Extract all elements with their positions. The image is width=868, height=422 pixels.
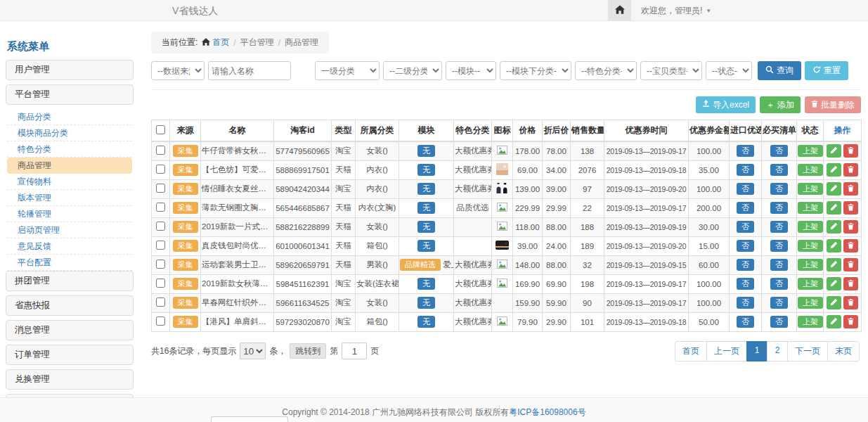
home-button[interactable] xyxy=(608,0,631,21)
select-row-checkbox[interactable] xyxy=(156,184,165,193)
sidebar-section[interactable]: 消息管理 xyxy=(6,320,134,340)
select-row-checkbox[interactable] xyxy=(156,165,165,174)
select-row-checkbox[interactable] xyxy=(156,146,165,155)
sidebar-item[interactable]: 启动页管理 xyxy=(7,222,132,238)
jump-page-input[interactable] xyxy=(342,343,367,359)
pager-last[interactable]: 末页 xyxy=(827,341,860,362)
import-select-toggle[interactable]: 否 xyxy=(737,145,754,157)
select-row-checkbox[interactable] xyxy=(156,279,165,288)
must-buy-toggle[interactable]: 否 xyxy=(770,240,788,252)
status-button[interactable]: 上架 xyxy=(798,259,823,271)
must-buy-toggle[interactable]: 否 xyxy=(770,202,788,214)
select-row-checkbox[interactable] xyxy=(156,298,165,307)
pager-prev[interactable]: 上一页 xyxy=(706,341,747,362)
level1-category-select[interactable]: 一级分类 xyxy=(315,61,380,80)
select-row-checkbox[interactable] xyxy=(156,260,165,269)
select-all-checkbox[interactable] xyxy=(156,125,165,134)
status-button[interactable]: 上架 xyxy=(798,316,823,328)
pager-page-1[interactable]: 1 xyxy=(746,341,767,362)
must-buy-toggle[interactable]: 否 xyxy=(770,221,788,233)
import-select-toggle[interactable]: 否 xyxy=(737,202,754,214)
delete-button[interactable] xyxy=(843,163,858,177)
edit-button[interactable] xyxy=(827,220,841,234)
level2-category-select[interactable]: --二级分类-- xyxy=(383,61,442,80)
sidebar-section[interactable]: 用户管理 xyxy=(6,60,134,80)
icp-link[interactable]: 粤ICP备16098006号 xyxy=(509,407,585,417)
batch-delete-button[interactable]: 批量删除 xyxy=(805,96,861,113)
import-select-toggle[interactable]: 否 xyxy=(737,183,754,195)
import-select-toggle[interactable]: 否 xyxy=(737,164,754,176)
import-select-toggle[interactable]: 否 xyxy=(737,221,754,233)
status-button[interactable]: 上架 xyxy=(798,183,823,195)
status-button[interactable]: 上架 xyxy=(798,278,823,290)
edit-button[interactable] xyxy=(827,144,841,158)
reset-button[interactable]: 重置 xyxy=(805,61,848,80)
sidebar-section[interactable]: 拼团管理 xyxy=(6,271,134,291)
per-page-select[interactable]: 10 xyxy=(240,343,266,359)
user-menu[interactable]: 欢迎您，管理员! ▼ xyxy=(641,0,711,21)
edit-button[interactable] xyxy=(827,277,841,290)
sidebar-section[interactable]: 订单管理 xyxy=(6,345,134,365)
jump-button[interactable]: 跳转到 xyxy=(290,343,326,359)
edit-button[interactable] xyxy=(827,296,841,309)
sidebar-item[interactable]: 特色分类 xyxy=(7,141,132,158)
pager-next[interactable]: 下一页 xyxy=(787,341,828,362)
import-select-toggle[interactable]: 否 xyxy=(737,259,754,271)
delete-button[interactable] xyxy=(843,220,858,234)
status-button[interactable]: 上架 xyxy=(798,240,823,252)
sidebar-section[interactable]: 省惠快报 xyxy=(6,295,134,316)
status-button[interactable]: 上架 xyxy=(798,202,823,214)
delete-button[interactable] xyxy=(843,182,858,196)
delete-button[interactable] xyxy=(843,258,858,271)
delete-button[interactable] xyxy=(843,277,858,290)
select-row-checkbox[interactable] xyxy=(156,316,165,326)
edit-button[interactable] xyxy=(827,315,841,328)
must-buy-toggle[interactable]: 否 xyxy=(770,145,788,157)
module-select[interactable]: --模块-- xyxy=(446,61,496,80)
search-button[interactable]: 查询 xyxy=(758,61,801,80)
name-input[interactable] xyxy=(208,61,291,80)
sidebar-item[interactable]: 商品分类 xyxy=(7,109,132,125)
sidebar-item[interactable]: 模块商品分类 xyxy=(7,125,132,141)
status-select[interactable]: --状态-- xyxy=(706,61,752,80)
must-buy-toggle[interactable]: 否 xyxy=(770,259,788,271)
add-button[interactable]: ＋ 添加 xyxy=(760,96,801,113)
select-row-checkbox[interactable] xyxy=(156,222,165,231)
sidebar-item[interactable]: 版本管理 xyxy=(7,190,132,206)
sidebar-section[interactable]: 兑换管理 xyxy=(6,369,134,390)
pager-first[interactable]: 首页 xyxy=(675,341,707,362)
import-select-toggle[interactable]: 否 xyxy=(737,240,754,252)
sidebar-section[interactable]: 平台管理 xyxy=(6,84,134,105)
must-buy-toggle[interactable]: 否 xyxy=(770,316,788,328)
sidebar-item[interactable]: 意见反馈 xyxy=(7,238,132,255)
must-buy-toggle[interactable]: 否 xyxy=(770,183,788,195)
import-excel-button[interactable]: 导入excel xyxy=(696,96,756,113)
select-row-checkbox[interactable] xyxy=(156,203,165,212)
import-select-toggle[interactable]: 否 xyxy=(737,278,754,290)
status-button[interactable]: 上架 xyxy=(798,145,823,157)
sidebar-item[interactable]: 平台配置 xyxy=(7,255,132,271)
data-source-select[interactable]: --数据来源-- xyxy=(151,61,205,80)
edit-button[interactable] xyxy=(827,239,841,252)
breadcrumb-home-link[interactable]: 首页 xyxy=(202,37,229,49)
edit-button[interactable] xyxy=(827,258,841,271)
item-type-select[interactable]: --宝贝类型-- xyxy=(640,61,702,80)
delete-button[interactable] xyxy=(843,239,858,252)
must-buy-toggle[interactable]: 否 xyxy=(770,278,788,290)
status-button[interactable]: 上架 xyxy=(798,164,823,176)
must-buy-toggle[interactable]: 否 xyxy=(770,297,788,309)
pager-page-2[interactable]: 2 xyxy=(767,341,788,362)
delete-button[interactable] xyxy=(843,201,858,215)
edit-button[interactable] xyxy=(827,201,841,215)
sidebar-item-active[interactable]: 商品管理 xyxy=(7,158,132,174)
feature-category-select[interactable]: --特色分类-- xyxy=(575,61,637,80)
select-row-checkbox[interactable] xyxy=(156,241,165,250)
import-select-toggle[interactable]: 否 xyxy=(737,297,754,309)
edit-button[interactable] xyxy=(827,182,841,196)
sidebar-item[interactable]: 轮播管理 xyxy=(7,206,132,222)
delete-button[interactable] xyxy=(843,144,858,158)
delete-button[interactable] xyxy=(843,296,858,309)
edit-button[interactable] xyxy=(827,163,841,177)
sidebar-item[interactable]: 宣传物料 xyxy=(7,174,132,190)
delete-button[interactable] xyxy=(843,315,858,328)
